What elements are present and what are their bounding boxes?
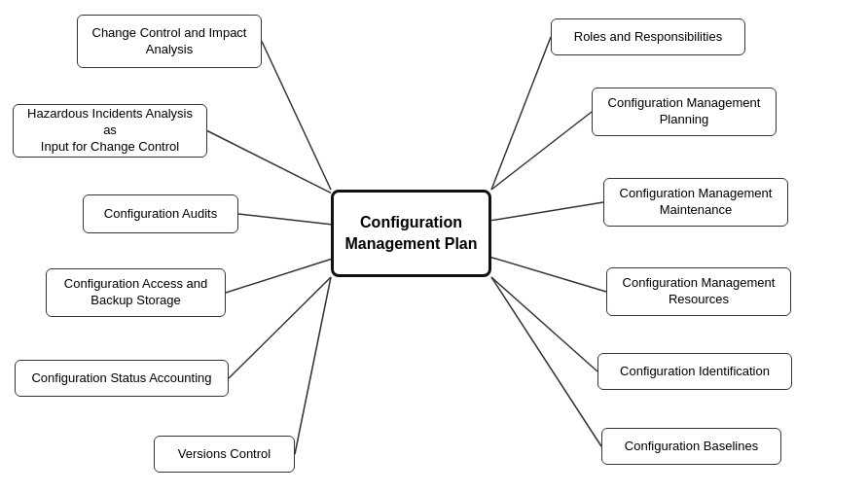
change-control-label: Change Control and Impact Analysis xyxy=(92,25,247,58)
config-mgmt-resources-label: Configuration Management Resources xyxy=(623,275,776,308)
configuration-audits-label: Configuration Audits xyxy=(104,206,217,223)
center-label: Configuration Management Plan xyxy=(344,212,479,256)
roles-responsibilities-label: Roles and Responsibilities xyxy=(574,29,722,46)
svg-line-5 xyxy=(295,277,331,454)
svg-line-7 xyxy=(491,112,592,190)
svg-line-3 xyxy=(226,259,331,293)
svg-line-8 xyxy=(491,202,603,221)
config-mgmt-maintenance: Configuration Management Maintenance xyxy=(603,178,788,227)
config-status-label: Configuration Status Accounting xyxy=(31,370,211,387)
versions-control-label: Versions Control xyxy=(178,446,271,463)
hazardous-incidents-label: Hazardous Incidents Analysis as Input fo… xyxy=(23,106,197,156)
change-control: Change Control and Impact Analysis xyxy=(77,15,262,68)
config-identification-label: Configuration Identification xyxy=(620,364,770,380)
svg-line-2 xyxy=(238,214,331,225)
hazardous-incidents: Hazardous Incidents Analysis as Input fo… xyxy=(13,104,207,158)
center-node: Configuration Management Plan xyxy=(331,190,491,277)
roles-responsibilities: Roles and Responsibilities xyxy=(551,18,745,55)
config-baselines: Configuration Baselines xyxy=(601,428,781,465)
versions-control: Versions Control xyxy=(154,436,295,473)
svg-line-11 xyxy=(491,277,601,446)
svg-line-10 xyxy=(491,277,597,371)
svg-line-0 xyxy=(262,42,331,191)
config-identification: Configuration Identification xyxy=(597,353,792,390)
svg-line-9 xyxy=(491,258,606,292)
svg-line-6 xyxy=(491,37,551,190)
config-access-backup-label: Configuration Access and Backup Storage xyxy=(64,276,207,309)
svg-line-4 xyxy=(229,277,331,378)
config-status: Configuration Status Accounting xyxy=(15,360,229,397)
config-baselines-label: Configuration Baselines xyxy=(625,439,758,455)
config-access-backup: Configuration Access and Backup Storage xyxy=(46,268,226,317)
config-mgmt-planning: Configuration Management Planning xyxy=(592,88,777,136)
config-mgmt-planning-label: Configuration Management Planning xyxy=(608,95,761,128)
svg-line-1 xyxy=(207,131,331,194)
config-mgmt-resources: Configuration Management Resources xyxy=(606,267,791,316)
config-mgmt-maintenance-label: Configuration Management Maintenance xyxy=(620,186,773,219)
configuration-audits: Configuration Audits xyxy=(83,194,238,233)
